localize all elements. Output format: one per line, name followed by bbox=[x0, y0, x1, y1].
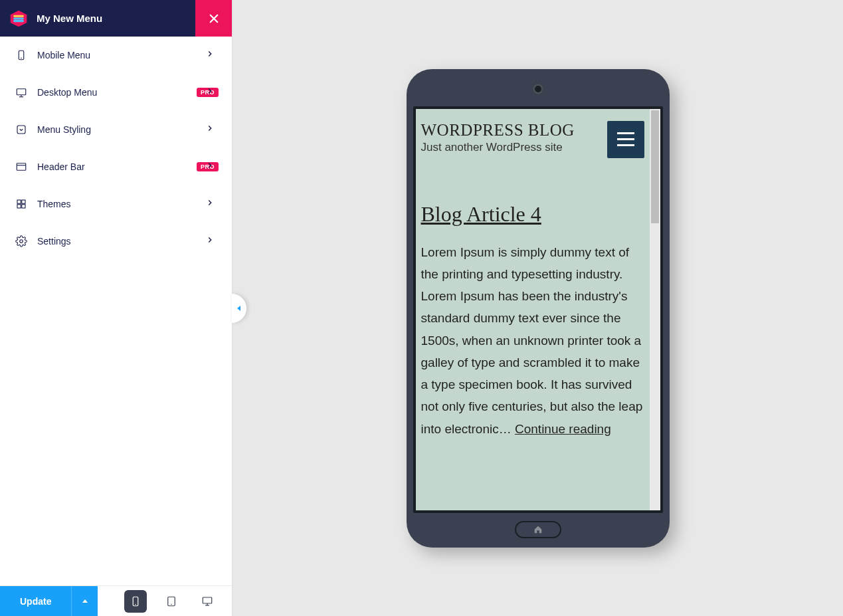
phone-home-button[interactable] bbox=[515, 521, 561, 538]
sidebar-item-label: Header Bar bbox=[37, 161, 191, 172]
sidebar-footer: Update bbox=[0, 585, 232, 616]
sidebar-item-label: Menu Styling bbox=[37, 124, 219, 135]
site-title[interactable]: WORDPRESS BLOG bbox=[421, 121, 575, 140]
svg-rect-2 bbox=[13, 15, 24, 17]
article-excerpt: Lorem Ipsum is simply dummy text of the … bbox=[421, 245, 643, 436]
device-mobile-button[interactable] bbox=[124, 590, 147, 613]
svg-marker-18 bbox=[237, 306, 240, 311]
svg-rect-15 bbox=[17, 205, 21, 208]
phone-camera bbox=[533, 84, 543, 94]
app-logo bbox=[0, 0, 37, 37]
sidebar-nav: Mobile Menu Desktop Menu PRO Menu Stylin… bbox=[0, 37, 232, 585]
device-desktop-button[interactable] bbox=[196, 590, 219, 613]
site-header: WORDPRESS BLOG Just another WordPress si… bbox=[421, 116, 644, 162]
sidebar-item-label: Settings bbox=[37, 236, 219, 247]
device-tablet-button[interactable] bbox=[160, 590, 183, 613]
desktop-icon bbox=[13, 84, 29, 100]
logo-icon bbox=[9, 9, 28, 28]
read-more-link[interactable]: Continue reading bbox=[515, 422, 611, 436]
svg-rect-4 bbox=[13, 20, 24, 22]
home-icon bbox=[533, 525, 543, 534]
sidebar-title: My New Menu bbox=[37, 13, 195, 24]
sidebar-item-label: Themes bbox=[37, 199, 219, 209]
sidebar-item-label: Desktop Menu bbox=[37, 87, 191, 98]
update-expand-button[interactable] bbox=[71, 586, 98, 616]
close-button[interactable] bbox=[195, 0, 232, 37]
svg-marker-19 bbox=[82, 599, 88, 603]
site-tagline: Just another WordPress site bbox=[421, 141, 575, 154]
svg-point-17 bbox=[20, 240, 23, 243]
article-title-link[interactable]: Blog Article 4 bbox=[421, 202, 644, 227]
sidebar-item-label: Mobile Menu bbox=[37, 50, 219, 60]
chevron-right-icon bbox=[205, 49, 217, 61]
phone-screen: WORDPRESS BLOG Just another WordPress si… bbox=[413, 106, 663, 513]
phone-scrollbar[interactable] bbox=[650, 109, 660, 510]
svg-rect-13 bbox=[17, 200, 21, 203]
window-icon bbox=[13, 159, 29, 175]
device-switcher bbox=[98, 586, 232, 616]
svg-rect-7 bbox=[17, 89, 26, 95]
svg-rect-10 bbox=[17, 126, 25, 134]
svg-rect-16 bbox=[22, 205, 25, 208]
chevron-right-icon bbox=[205, 161, 217, 173]
chevron-down-box-icon bbox=[13, 122, 29, 138]
gear-icon bbox=[13, 233, 29, 249]
chevron-right-icon bbox=[205, 198, 217, 210]
scrollbar-thumb[interactable] bbox=[651, 110, 659, 223]
sidebar-item-menu-styling[interactable]: Menu Styling bbox=[0, 111, 232, 148]
caret-left-icon bbox=[236, 305, 242, 312]
svg-rect-14 bbox=[22, 200, 25, 203]
article-body: Lorem Ipsum is simply dummy text of the … bbox=[421, 241, 644, 440]
svg-rect-3 bbox=[13, 17, 24, 19]
sidebar-item-themes[interactable]: Themes bbox=[0, 185, 232, 223]
sidebar-item-settings[interactable]: Settings bbox=[0, 223, 232, 260]
hamburger-icon bbox=[617, 132, 634, 146]
sidebar-header: My New Menu bbox=[0, 0, 232, 37]
chevron-right-icon bbox=[205, 235, 217, 247]
chevron-right-icon bbox=[205, 86, 217, 98]
grid-icon bbox=[13, 196, 29, 212]
caret-up-icon bbox=[82, 598, 88, 605]
sidebar-item-header-bar[interactable]: Header Bar PRO bbox=[0, 148, 232, 185]
site-branding: WORDPRESS BLOG Just another WordPress si… bbox=[421, 121, 575, 155]
sidebar: My New Menu Mobile Menu Desktop Menu PRO bbox=[0, 0, 233, 616]
chevron-right-icon bbox=[205, 124, 217, 136]
preview-pane: WORDPRESS BLOG Just another WordPress si… bbox=[233, 0, 843, 616]
hamburger-menu-button[interactable] bbox=[607, 121, 644, 158]
close-icon bbox=[208, 13, 220, 25]
sidebar-item-mobile-menu[interactable]: Mobile Menu bbox=[0, 37, 232, 74]
update-button[interactable]: Update bbox=[0, 586, 71, 616]
sidebar-item-desktop-menu[interactable]: Desktop Menu PRO bbox=[0, 74, 232, 111]
phone-frame: WORDPRESS BLOG Just another WordPress si… bbox=[407, 69, 670, 548]
article: Blog Article 4 Lorem Ipsum is simply dum… bbox=[421, 202, 644, 440]
svg-rect-24 bbox=[203, 597, 213, 603]
svg-rect-11 bbox=[17, 163, 26, 171]
mobile-icon bbox=[13, 47, 29, 63]
phone-content[interactable]: WORDPRESS BLOG Just another WordPress si… bbox=[416, 109, 650, 510]
